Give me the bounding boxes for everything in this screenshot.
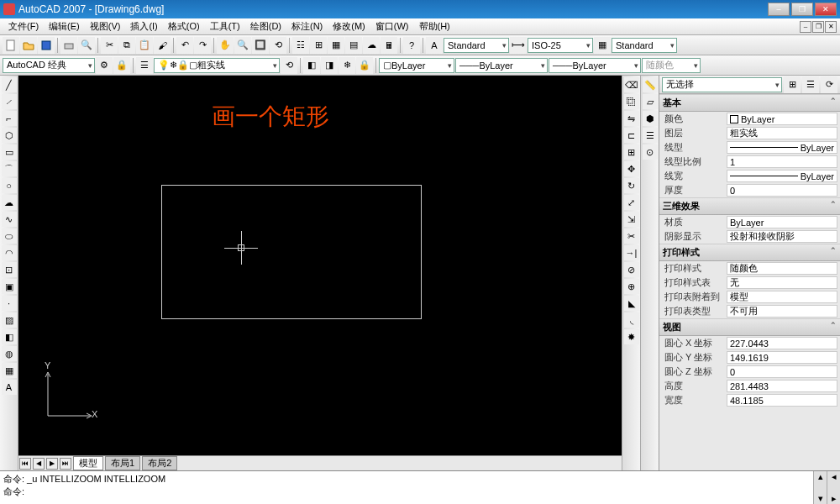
dc-icon[interactable]: ⊞ — [310, 37, 327, 54]
copy-obj-icon[interactable]: ⿻ — [624, 94, 639, 109]
trim-icon[interactable]: ✂ — [624, 228, 639, 244]
undo-icon[interactable]: ↶ — [176, 37, 193, 54]
rotate-icon[interactable]: ↻ — [624, 178, 639, 193]
paste-icon[interactable]: 📋 — [136, 37, 153, 54]
section-3d[interactable]: 三维效果⌃ — [659, 197, 840, 215]
menu-view[interactable]: 视图(V) — [85, 20, 126, 33]
tab-layout2[interactable]: 布局2 — [142, 456, 177, 470]
stretch-icon[interactable]: ⇲ — [624, 212, 639, 227]
layer-off-icon[interactable]: ◨ — [321, 57, 338, 74]
selection-combo[interactable]: 无选择 — [662, 77, 782, 92]
redo-icon[interactable]: ↷ — [194, 37, 211, 54]
tab-next-icon[interactable]: ▶ — [46, 458, 58, 470]
mdi-restore-icon[interactable]: ❐ — [812, 21, 824, 33]
props-icon[interactable]: ☷ — [292, 37, 309, 54]
color-combo[interactable]: ▢ ByLayer — [379, 58, 454, 73]
prop-linetype[interactable]: ByLayer — [727, 141, 837, 154]
pickadd-icon[interactable]: ⟳ — [821, 76, 837, 93]
workspace-combo[interactable]: AutoCAD 经典 — [3, 58, 95, 73]
menu-file[interactable]: 文件(F) — [3, 20, 44, 33]
mdi-min-icon[interactable]: – — [800, 21, 811, 33]
block-icon[interactable]: ▣ — [2, 279, 17, 294]
prop-plotattach[interactable]: 模型 — [727, 291, 837, 303]
cmd-prompt[interactable]: 命令: — [3, 486, 810, 498]
cmd-scrollbar[interactable]: ▴▾ — [813, 471, 827, 504]
print-icon[interactable] — [60, 37, 77, 54]
rectangle-icon[interactable]: ▭ — [2, 144, 17, 160]
prop-center-y[interactable]: 149.1619 — [727, 351, 837, 364]
prop-width[interactable]: 48.1185 — [727, 394, 837, 407]
section-basic[interactable]: 基本⌃ — [659, 94, 840, 112]
section-print[interactable]: 打印样式⌃ — [659, 244, 840, 261]
layer-props-icon[interactable]: ☰ — [136, 57, 153, 74]
markup-icon[interactable]: ☁ — [363, 37, 380, 54]
polygon-icon[interactable]: ⬡ — [2, 128, 17, 143]
explode-icon[interactable]: ✸ — [624, 329, 639, 344]
model-viewport[interactable]: 画一个矩形 Y X — [18, 76, 622, 455]
arc-icon[interactable]: ⌒ — [2, 161, 17, 176]
layer-frz-icon[interactable]: ❄ — [339, 57, 355, 74]
list-icon[interactable]: ☰ — [643, 128, 658, 143]
pan-icon[interactable]: ✋ — [217, 37, 234, 54]
zoom-icon[interactable]: 🔍 — [234, 37, 251, 54]
quickselect-icon[interactable]: ⊞ — [784, 76, 801, 93]
mirror-icon[interactable]: ⇋ — [624, 111, 639, 126]
maximize-button[interactable]: ❐ — [791, 3, 813, 16]
prop-thickness[interactable]: 0 — [727, 184, 837, 197]
region-mass-icon[interactable]: ⬢ — [643, 111, 658, 126]
menu-edit[interactable]: 编辑(E) — [44, 20, 85, 33]
fillet-icon[interactable]: ◟ — [624, 312, 639, 328]
menu-draw[interactable]: 绘图(D) — [245, 20, 286, 33]
copy-icon[interactable]: ⧉ — [118, 37, 135, 54]
mdi-close-icon[interactable]: ✕ — [825, 21, 837, 33]
menu-modify[interactable]: 修改(M) — [328, 20, 370, 33]
close-button[interactable]: ✕ — [815, 3, 837, 16]
zoom-win-icon[interactable]: 🔲 — [252, 37, 269, 54]
break-icon[interactable]: ⊘ — [624, 262, 639, 277]
point-icon[interactable]: · — [2, 296, 17, 311]
plotstyle-combo[interactable]: 随颜色 — [642, 58, 701, 73]
circle-icon[interactable]: ○ — [2, 178, 17, 193]
ellipse-icon[interactable]: ⬭ — [2, 228, 17, 244]
save-icon[interactable] — [38, 37, 55, 54]
prop-ltscale[interactable]: 1 — [727, 155, 837, 168]
cut-icon[interactable]: ✂ — [101, 37, 118, 54]
textstyle-icon[interactable]: A — [426, 37, 443, 54]
sheet-icon[interactable]: ▤ — [345, 37, 362, 54]
region-icon[interactable]: ◍ — [2, 346, 17, 361]
prop-center-z[interactable]: 0 — [727, 365, 837, 378]
tab-layout1[interactable]: 布局1 — [105, 456, 140, 470]
menu-tools[interactable]: 工具(T) — [205, 20, 245, 33]
prop-center-x[interactable]: 227.0443 — [727, 337, 837, 349]
join-icon[interactable]: ⊕ — [624, 279, 639, 294]
mtext-icon[interactable]: A — [2, 380, 17, 395]
extend-icon[interactable]: →| — [624, 245, 639, 260]
tab-prev-icon[interactable]: ◀ — [33, 458, 45, 470]
selectobj-icon[interactable]: ☰ — [802, 76, 819, 93]
workspace-settings-icon[interactable]: ⚙ — [96, 57, 113, 74]
zoom-prev-icon[interactable]: ⟲ — [270, 37, 286, 54]
insert-icon[interactable]: ⊡ — [2, 262, 17, 277]
calc-icon[interactable]: 🖩 — [381, 37, 397, 54]
menu-window[interactable]: 窗口(W) — [370, 20, 414, 33]
tab-model[interactable]: 模型 — [73, 456, 103, 470]
dimstyle-icon[interactable]: ⟼ — [510, 37, 527, 54]
ellipse-arc-icon[interactable]: ◠ — [2, 245, 17, 260]
cmd-scrollbar-h[interactable]: ◂▸ — [827, 471, 840, 504]
menu-dim[interactable]: 标注(N) — [286, 20, 328, 33]
line-icon[interactable]: ╱ — [2, 77, 17, 92]
scale-icon[interactable]: ⤢ — [624, 195, 639, 210]
tablestyle-icon[interactable]: ▦ — [594, 37, 611, 54]
gradient-icon[interactable]: ◧ — [2, 329, 17, 344]
move-icon[interactable]: ✥ — [624, 161, 639, 176]
new-icon[interactable] — [3, 37, 19, 54]
menu-insert[interactable]: 插入(I) — [125, 20, 162, 33]
prop-plottable[interactable]: 无 — [727, 276, 837, 289]
tab-first-icon[interactable]: ⏮ — [19, 458, 31, 470]
revcloud-icon[interactable]: ☁ — [2, 195, 17, 210]
layer-iso-icon[interactable]: ◧ — [303, 57, 320, 74]
prop-material[interactable]: ByLayer — [727, 216, 837, 228]
dist-icon[interactable]: 📏 — [643, 77, 658, 92]
layer-combo[interactable]: 💡❄🔒▢ 粗实线 — [154, 58, 280, 73]
layer-prev-icon[interactable]: ⟲ — [281, 57, 297, 74]
